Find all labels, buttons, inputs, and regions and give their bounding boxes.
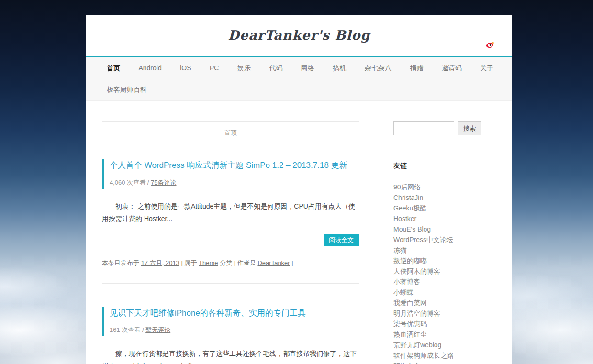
friend-link[interactable]: 热血洒红尘: [393, 331, 427, 338]
friend-link-item: 我爱白菜网: [393, 298, 504, 308]
friend-link-item: ChristaJin: [393, 192, 504, 203]
post-divider: [102, 283, 359, 284]
nav-item-link[interactable]: 娱乐: [229, 57, 259, 79]
post-title-link[interactable]: 见识下天才吧维修iPhone的各种新奇、实用的专门工具: [110, 309, 306, 318]
friend-link[interactable]: 我爱白菜网: [393, 299, 427, 307]
meta-separator: /: [142, 326, 144, 333]
friend-link[interactable]: 小蝴蝶: [393, 288, 414, 296]
nav-item-link[interactable]: PC: [201, 57, 227, 79]
friend-link-item: 90后网络: [393, 182, 504, 192]
friend-link-item: 叛逆的嘟嘟: [393, 255, 504, 266]
post-views: 4,060 次查看: [110, 179, 145, 186]
page-container: DearTanker's Blog 首页 Android iOS: [86, 15, 512, 364]
nav-item-link[interactable]: 捐赠: [402, 57, 431, 79]
footer-separator: |: [181, 259, 182, 266]
friend-link[interactable]: 软件架构师成长之路: [393, 352, 454, 359]
friend-link[interactable]: 叛逆的嘟嘟: [393, 257, 427, 265]
post-category-link[interactable]: Theme: [199, 259, 218, 266]
post-meta: 161 次查看 / 暂无评论: [110, 326, 359, 334]
nav-item-link[interactable]: 网络: [293, 57, 323, 79]
friend-link-item: 小蒋博客: [393, 276, 504, 287]
friend-link[interactable]: ChristaJin: [393, 194, 423, 201]
posts-column: 置顶 个人首个 WordPress 响应式清新主题 SimPo 1.2 – 20…: [102, 121, 359, 364]
post-views: 161 次查看: [110, 326, 140, 333]
published-prefix: 本条目发布于: [102, 259, 139, 266]
friend-link[interactable]: Geeku极酷: [393, 204, 426, 212]
friend-link[interactable]: 荒野无灯weblog: [393, 341, 441, 349]
post-item: 见识下天才吧维修iPhone的各种新奇、实用的专门工具 161 次查看 / 暂无…: [102, 307, 359, 364]
nav-item-link[interactable]: 搞机: [324, 57, 354, 79]
nav-item-link[interactable]: 首页: [99, 57, 128, 79]
search-button[interactable]: 搜索: [458, 121, 481, 135]
search-input[interactable]: [393, 121, 454, 135]
friend-link[interactable]: 大侠阿木的博客: [393, 267, 440, 275]
friend-link-item: 大侠阿木的博客: [393, 266, 504, 276]
friend-link-item: Hostker: [393, 213, 504, 224]
nav-item-link[interactable]: 邀请码: [434, 57, 470, 79]
nav-item-link[interactable]: iOS: [172, 57, 199, 79]
post-footer: 本条目发布于 17 六月, 2013 | 属于 Theme 分类 | 作者是 D…: [102, 259, 359, 267]
friend-link-item: 小蝴蝶: [393, 287, 504, 298]
friend-link-item: 閑逸寒舍: [393, 361, 504, 364]
nav-item: 邀请码: [434, 57, 470, 79]
friend-link[interactable]: 90后网络: [393, 183, 421, 191]
nav-item: 代码: [261, 57, 291, 79]
nav-item: 捐赠: [402, 57, 431, 79]
nav-item-link[interactable]: 杂七杂八: [357, 57, 400, 79]
nav-item-link[interactable]: 极客厨师百科: [99, 79, 155, 100]
site-title: DearTanker's Blog: [86, 28, 512, 43]
nav-item-link[interactable]: Android: [130, 57, 169, 79]
friend-link[interactable]: 明月浩空的博客: [393, 309, 440, 317]
site-header: DearTanker's Blog: [86, 15, 512, 56]
category-suffix: 分类: [220, 259, 232, 266]
friend-link-item: 冻猫: [393, 245, 504, 255]
friend-link-item: MouE's Blog: [393, 224, 504, 234]
nav-item: 首页: [99, 57, 128, 79]
search-form: 搜索: [393, 121, 504, 135]
post-item: 个人首个 WordPress 响应式清新主题 SimPo 1.2 – 2013.…: [102, 159, 359, 267]
sticky-banner: 置顶: [102, 121, 359, 144]
friend-link[interactable]: MouE's Blog: [393, 225, 431, 233]
friend-link[interactable]: 柒号优惠码: [393, 320, 427, 328]
sidebar: 搜索 友链 90后网络 ChristaJin Geeku极酷 Hostker M…: [393, 121, 504, 364]
nav-item-link[interactable]: 关于: [472, 57, 502, 79]
post-head: 见识下天才吧维修iPhone的各种新奇、实用的专门工具 161 次查看 / 暂无…: [102, 307, 359, 337]
friend-link[interactable]: 冻猫: [393, 246, 407, 254]
author-prefix: 作者是: [237, 259, 256, 266]
friend-link[interactable]: 閑逸寒舍: [393, 362, 420, 364]
post-title-link[interactable]: 个人首个 WordPress 响应式清新主题 SimPo 1.2 – 2013.…: [110, 161, 347, 170]
nav-item-link[interactable]: 代码: [261, 57, 291, 79]
friend-link-item: Geeku极酷: [393, 203, 504, 213]
friend-link[interactable]: Hostker: [393, 215, 416, 222]
post-title: 个人首个 WordPress 响应式清新主题 SimPo 1.2 – 2013.…: [110, 160, 359, 171]
post-excerpt: 擦，现在行货都是直接换新，有了这些工具还换个毛线，都直接帮我们修了，这下蛋疼了。…: [102, 348, 359, 364]
nav-item: 杂七杂八: [357, 57, 400, 79]
nav-item: Android: [130, 57, 169, 79]
main-nav: 首页 Android iOS PC 娱乐 代码 网络 搞机 杂七杂八 捐赠 邀请…: [86, 56, 512, 101]
read-more-button[interactable]: 阅读全文: [324, 234, 359, 246]
read-more-row: 阅读全文: [102, 234, 359, 246]
nav-item: 网络: [293, 57, 323, 79]
footer-separator: |: [234, 259, 235, 266]
friend-link-item: 明月浩空的博客: [393, 308, 504, 319]
post-date-link[interactable]: 17 六月, 2013: [141, 259, 179, 266]
category-prefix: 属于: [184, 259, 197, 266]
post-excerpt: 初衷： 之前使用的是一款Attitude主题，但是不知是何原因，CPU占用有点大…: [102, 200, 359, 225]
weibo-link[interactable]: [485, 40, 495, 50]
nav-item: 娱乐: [229, 57, 259, 79]
post-head: 个人首个 WordPress 响应式清新主题 SimPo 1.2 – 2013.…: [102, 159, 359, 189]
friend-link-item: 热血洒红尘: [393, 329, 504, 340]
post-title: 见识下天才吧维修iPhone的各种新奇、实用的专门工具: [110, 308, 359, 319]
nav-item: PC: [201, 57, 227, 79]
friend-link[interactable]: 小蒋博客: [393, 278, 420, 286]
post-comments-link[interactable]: 暂无评论: [145, 326, 170, 333]
post-comments-link[interactable]: 75条评论: [151, 179, 176, 186]
friend-link-item: WordPress中文论坛: [393, 234, 504, 245]
nav-item: iOS: [172, 57, 199, 79]
content-area: 置顶 个人首个 WordPress 响应式清新主题 SimPo 1.2 – 20…: [86, 101, 512, 364]
weibo-icon: [485, 43, 495, 51]
friend-link-item: 柒号优惠码: [393, 319, 504, 329]
friend-links-list: 90后网络 ChristaJin Geeku极酷 Hostker MouE's …: [393, 182, 504, 364]
friend-link[interactable]: WordPress中文论坛: [393, 236, 453, 243]
post-author-link[interactable]: DearTanker: [257, 259, 290, 266]
